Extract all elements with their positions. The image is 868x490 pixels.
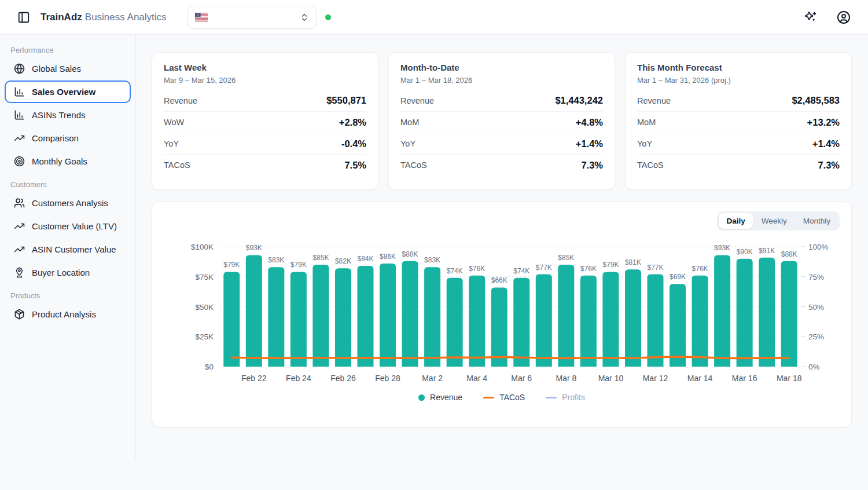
sidebar-item-product-analysis[interactable]: Product Analysis [5,303,131,326]
toggle-daily[interactable]: Daily [719,213,752,229]
kpi-row-yoy: YoY-0.4% [164,133,366,154]
svg-text:Mar 16: Mar 16 [732,374,757,383]
kpi-row-revenue: Revenue$1,443,242 [400,90,603,111]
sidebar-item-label: ASINs Trends [32,110,86,120]
bar-chart-icon [14,109,25,120]
legend-item-tacos[interactable]: TACoS [483,393,525,402]
svg-text:Feb 24: Feb 24 [286,374,311,383]
kpi-row-revenue: Revenue$2,485,583 [637,90,840,111]
svg-text:Feb 22: Feb 22 [241,374,267,383]
sidebar-item-label: ASIN Customer Value [32,244,116,254]
legend-item-revenue[interactable]: Revenue [418,393,462,402]
svg-text:$83K: $83K [424,256,440,264]
kpi-row-label: YoY [637,139,652,148]
sidebar-item-asin-customer-value[interactable]: ASIN Customer Value [5,238,131,261]
svg-text:$85K: $85K [312,254,329,262]
svg-text:Feb 28: Feb 28 [375,374,400,383]
language-select[interactable] [187,6,317,29]
sidebar-item-sales-overview[interactable]: Sales Overview [5,81,131,103]
svg-text:75%: 75% [808,273,824,281]
kpi-row-mom: MoM+13.2% [637,111,840,133]
svg-text:$0: $0 [205,363,214,371]
svg-text:$74K: $74K [513,267,529,275]
svg-text:Feb 26: Feb 26 [330,374,356,383]
svg-text:$66K: $66K [491,276,507,284]
sidebar-item-buyer-location[interactable]: Buyer Location [5,261,131,284]
svg-text:$88K: $88K [781,250,797,258]
sidebar-item-label: Global Sales [32,64,81,74]
sidebar-section-performance: Performance [10,46,131,54]
svg-text:$76K: $76K [692,265,708,273]
chart-canvas: $0$25K$50K$75K$100K0%25%50%75%100%$79K$9… [164,239,840,387]
revenue-dot-swatch [418,394,425,401]
kpi-row-label: YoY [400,139,415,148]
svg-text:$25K: $25K [195,332,214,341]
svg-text:$76K: $76K [580,265,597,273]
users-icon [14,198,25,209]
kpi-row-value: +13.2% [807,117,840,128]
sidebar-item-label: Customer Value (LTV) [32,221,117,231]
us-flag-icon [195,13,208,21]
brand-name: TrainAdz [41,12,82,23]
kpi-row-value: 7.3% [818,160,840,171]
svg-text:$74K: $74K [447,267,463,275]
sidebar: Performance Global Sales Sales Overview … [0,35,136,459]
sidebar-section-customers: Customers [10,180,131,189]
kpi-row-value: +1.4% [576,138,603,149]
svg-text:25%: 25% [808,332,824,341]
sidebar-item-customer-value-ltv[interactable]: Customer Value (LTV) [5,215,131,237]
status-dot [325,14,331,20]
kpi-row-label: YoY [164,139,179,148]
app-title: TrainAdzBusiness Analytics [41,12,167,23]
svg-text:Mar 2: Mar 2 [422,374,443,383]
svg-text:0%: 0% [808,363,820,371]
bar-chart-icon [14,86,25,97]
kpi-row-label: TACoS [637,160,664,170]
kpi-card-date-range: Mar 9 – Mar 15, 2026 [164,76,366,85]
kpi-card-month-to-date: Month-to-Date Mar 1 – Mar 18, 2026 Reven… [388,52,615,190]
svg-text:Mar 4: Mar 4 [466,374,487,383]
sidebar-item-label: Customers Analysis [32,198,108,208]
kpi-row-value: 7.5% [344,160,366,171]
svg-text:$81K: $81K [625,258,641,266]
kpi-card-title: Month-to-Date [400,63,603,72]
sidebar-item-label: Sales Overview [32,87,95,97]
trending-up-icon [14,244,25,255]
toggle-weekly[interactable]: Weekly [754,213,795,229]
kpi-row-tacos: TACoS7.3% [400,154,603,175]
svg-text:$79K: $79K [290,261,307,269]
svg-text:$82K: $82K [335,257,351,265]
legend-item-profits[interactable]: Profits [546,393,585,402]
package-icon [14,309,25,320]
svg-text:$75K: $75K [195,273,214,281]
account-button[interactable] [834,8,853,27]
kpi-row-label: Revenue [164,96,197,105]
kpi-row-value: +1.4% [812,138,840,149]
sidebar-toggle-button[interactable] [15,9,32,26]
kpi-row-value: $550,871 [326,95,366,106]
sidebar-item-asins-trends[interactable]: ASINs Trends [5,104,131,126]
sidebar-item-comparison[interactable]: Comparison [5,127,131,149]
kpi-row-label: TACoS [164,160,190,170]
kpi-row-tacos: TACoS7.5% [164,154,366,175]
svg-text:$83K: $83K [268,256,284,264]
kpi-row-label: WoW [164,118,184,127]
legend-label: TACoS [499,393,525,402]
svg-text:Mar 18: Mar 18 [777,374,802,383]
sidebar-item-global-sales[interactable]: Global Sales [5,57,131,80]
sidebar-item-monthly-goals[interactable]: Monthly Goals [5,150,131,173]
kpi-card-last-week: Last Week Mar 9 – Mar 15, 2026 Revenue$5… [152,52,378,190]
brand-subtitle: Business Analytics [85,12,167,23]
profits-line-swatch [546,397,557,398]
granularity-toggle: Daily Weekly Monthly [717,211,840,231]
toggle-monthly[interactable]: Monthly [796,213,838,229]
sidebar-item-label: Product Analysis [32,309,96,319]
svg-text:$84K: $84K [357,255,373,263]
kpi-row-value: 7.3% [581,160,603,171]
kpi-row-label: MoM [400,118,419,127]
kpi-card-date-range: Mar 1 – Mar 31, 2026 (proj.) [637,76,840,85]
kpi-row-yoy: YoY+1.4% [400,133,603,154]
kpi-row-label: MoM [637,118,656,127]
sidebar-item-customers-analysis[interactable]: Customers Analysis [5,192,131,214]
ai-assistant-button[interactable] [802,9,819,26]
